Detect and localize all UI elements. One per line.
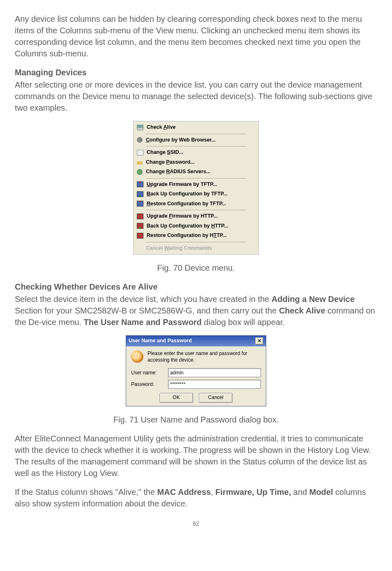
password-label: Password:	[131, 381, 168, 388]
upload-http-icon	[137, 214, 143, 219]
menu-item-label: Restore Configuration by TFTP...	[147, 200, 226, 208]
menu-separator	[146, 134, 246, 134]
checking-alive-paragraph: Select the device item in the device lis…	[15, 293, 377, 328]
ok-button[interactable]: OK	[159, 393, 193, 403]
menu-item-upgrade-fw-tftp[interactable]: Upgrade Firmware by TFTP...	[134, 180, 258, 190]
device-menu: Check Alive Configure by Web Browser... …	[133, 121, 259, 255]
dialog-message: Please enter the user name and password …	[148, 350, 261, 363]
menu-item-label: Back Up Configuration by TFTP...	[147, 190, 228, 198]
menu-separator	[146, 146, 246, 146]
intro-paragraph: Any device list columns can be hidden by…	[15, 13, 377, 59]
password-input[interactable]	[168, 380, 261, 389]
menu-item-change-password[interactable]: Change Password...	[134, 158, 258, 167]
menu-separator	[146, 178, 246, 179]
menu-item-backup-http[interactable]: Back Up Configuration by HTTP...	[134, 221, 258, 231]
menu-item-check-alive[interactable]: Check Alive	[134, 123, 258, 132]
figure-71-caption: Fig. 71 User Name and Password dialog bo…	[15, 414, 377, 425]
username-input[interactable]	[168, 368, 261, 377]
cancel-icon	[137, 245, 143, 251]
menu-item-restore-http[interactable]: Restore Configuration by HTTP...	[134, 231, 258, 241]
gear-icon	[137, 137, 143, 143]
status-alive-paragraph: If the Status column shows "Alive," the …	[15, 486, 377, 509]
menu-item-label: Back Up Configuration by HTTP...	[147, 223, 228, 230]
credential-icon	[131, 350, 143, 363]
menu-item-label: Change RADIUS Servers...	[146, 168, 210, 176]
upload-tftp-icon	[137, 181, 143, 187]
key-icon	[137, 161, 143, 165]
menu-item-backup-tftp[interactable]: Back Up Configuration by TFTP...	[134, 189, 258, 199]
menu-item-label: Restore Configuration by HTTP...	[147, 232, 227, 239]
globe-icon	[137, 169, 143, 175]
close-icon[interactable]: ✕	[255, 337, 263, 345]
restore-http-icon	[137, 233, 143, 239]
username-label: User name:	[131, 369, 168, 376]
menu-item-label: Check Alive	[147, 124, 175, 131]
menu-item-label: Upgrade Firmware by HTTP...	[147, 213, 218, 220]
managing-devices-paragraph: After selecting one or more devices in t…	[15, 79, 377, 114]
menu-item-restore-tftp[interactable]: Restore Configuration by TFTP...	[134, 199, 258, 209]
menu-item-label: Configure by Web Browser...	[146, 137, 216, 144]
wave-icon	[137, 150, 143, 156]
download-tftp-icon	[137, 191, 143, 197]
checking-alive-heading: Checking Whether Devices Are Alive	[15, 281, 377, 292]
menu-item-cancel-waiting: Cancel Waiting Commands	[134, 244, 258, 253]
restore-tftp-icon	[137, 201, 143, 207]
figure-70-caption: Fig. 70 Device menu.	[15, 262, 377, 274]
menu-item-label: Change SSID...	[147, 149, 183, 156]
menu-item-configure-web[interactable]: Configure by Web Browser...	[134, 135, 258, 145]
cancel-button[interactable]: Cancel	[199, 393, 233, 403]
menu-separator	[146, 210, 246, 210]
download-http-icon	[137, 223, 143, 229]
menu-item-change-radius[interactable]: Change RADIUS Servers...	[134, 167, 258, 177]
menu-item-change-ssid[interactable]: Change SSID...	[134, 148, 258, 158]
menu-item-upgrade-fw-http[interactable]: Upgrade Firmware by HTTP...	[134, 211, 258, 221]
monitor-icon	[137, 125, 143, 130]
menu-item-label: Cancel Waiting Commands	[146, 245, 212, 252]
page-number: 62	[15, 520, 377, 528]
managing-devices-heading: Managing Devices	[15, 67, 377, 78]
dialog-titlebar: User Name and Password ✕	[126, 336, 266, 346]
dialog-title-text: User Name and Password	[129, 337, 192, 345]
menu-item-label: Upgrade Firmware by TFTP...	[147, 181, 217, 188]
menu-separator	[146, 242, 246, 242]
menu-item-label: Change Password...	[146, 159, 195, 166]
username-password-dialog: User Name and Password ✕ Please enter th…	[126, 335, 266, 406]
after-credential-paragraph: After EliteConnect Management Utility ge…	[15, 433, 377, 479]
